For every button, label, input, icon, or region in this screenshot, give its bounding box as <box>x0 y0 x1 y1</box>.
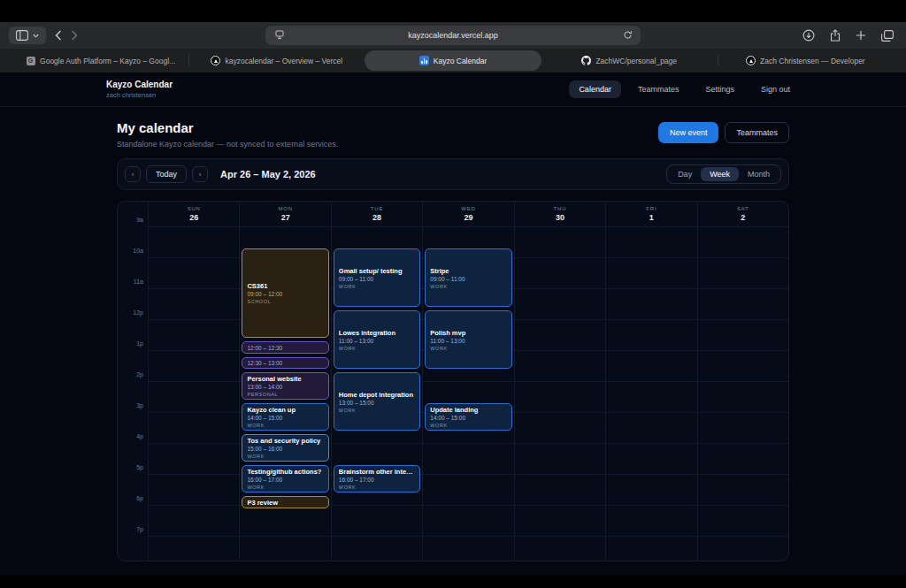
day-name: WED <box>423 206 513 211</box>
day-column: Gmail setup/ testing09:00 – 11:00WORKLow… <box>331 226 422 561</box>
event-tag: WORK <box>247 454 323 459</box>
calendar-event[interactable]: Kayzo clean up14:00 – 15:00WORK <box>242 403 328 431</box>
event-tag: WORK <box>339 346 415 351</box>
day-name: FRI <box>606 206 696 211</box>
website-settings-icon[interactable] <box>274 30 285 40</box>
event-tag: WORK <box>430 423 506 428</box>
prev-week-button[interactable]: ‹ <box>125 166 141 182</box>
browser-tab[interactable]: GGoogle Auth Platform – Kayzo – Googl... <box>12 50 188 71</box>
sidebar-toggle-button[interactable] <box>9 27 46 44</box>
event-title: CS361 <box>247 282 323 290</box>
view-month[interactable]: Month <box>739 167 779 181</box>
page-header: My calendar Standalone Kayzo calendar — … <box>117 120 789 149</box>
event-time: 15:00 – 16:00 <box>247 446 323 452</box>
github-favicon <box>581 56 591 65</box>
brand-username: zach christensen <box>106 91 173 99</box>
hour-label: 1p <box>136 340 143 347</box>
hour-label: 10a <box>133 248 143 254</box>
reload-icon[interactable] <box>623 30 633 40</box>
hour-label: 6p <box>136 495 143 501</box>
hour-label: 9a <box>136 217 143 223</box>
day-header: MON27 <box>239 202 330 226</box>
browser-tab[interactable]: kayzocalendar – Overview – Vercel <box>188 50 365 71</box>
event-time: 14:00 – 15:00 <box>247 415 323 421</box>
teammates-button[interactable]: Teammates <box>725 122 789 143</box>
nav-item-sign-out[interactable]: Sign out <box>751 80 800 98</box>
forward-button[interactable] <box>71 30 78 41</box>
calendar-event[interactable]: Tos and security policy15:00 – 16:00WORK <box>242 434 328 462</box>
screen: kayzocalendar.vercel.app GGoogle Auth Pl… <box>0 0 906 588</box>
event-tag: WORK <box>430 346 506 351</box>
event-title: Personal website <box>247 375 323 383</box>
event-time: 11:00 – 13:00 <box>339 338 415 344</box>
calendar-event[interactable]: Gmail setup/ testing09:00 – 11:00WORK <box>334 248 420 307</box>
calendar-event[interactable]: Update landing14:00 – 15:00WORK <box>425 403 511 431</box>
calendar-event[interactable]: Stripe09:00 – 11:00WORK <box>425 248 511 307</box>
hour-label: 4p <box>136 433 143 439</box>
event-tag: WORK <box>339 485 415 490</box>
back-button[interactable] <box>55 30 62 41</box>
event-tag: WORK <box>430 284 506 289</box>
calendar-event[interactable]: Home depot integration13:00 – 15:00WORK <box>334 372 420 431</box>
calendar-event[interactable]: Lowes integration11:00 – 13:00WORK <box>334 310 420 369</box>
event-time: 09:00 – 12:00 <box>247 291 323 297</box>
day-column <box>514 226 605 561</box>
browser-tab[interactable]: Kayzo Calendar <box>365 50 541 71</box>
calendar-event[interactable]: P3 review <box>242 496 328 508</box>
view-day[interactable]: Day <box>669 167 701 181</box>
week-grid: SUN26MON27TUE28WED29THU30FRI1SAT2 9a10a1… <box>117 201 789 561</box>
sidebar-icon <box>16 30 28 41</box>
calendar-event[interactable]: Personal website13:00 – 14:00PERSONAL <box>242 372 328 400</box>
calendar-event[interactable]: Testing/github actions?16:00 – 17:00WORK <box>242 465 328 493</box>
event-time: 13:00 – 15:00 <box>339 400 415 406</box>
browser-tab[interactable]: Zach Christensen — Developer <box>718 50 894 71</box>
calendar-toolbar: ‹ Today › Apr 26 – May 2, 2026 DayWeekMo… <box>117 158 789 190</box>
day-number: 27 <box>240 213 330 222</box>
event-tag: PERSONAL <box>247 392 323 397</box>
day-number: 29 <box>423 213 513 222</box>
calendar-event[interactable]: CS36109:00 – 12:00SCHOOL <box>242 248 328 338</box>
day-header: FRI1 <box>605 202 696 226</box>
event-title: Stripe <box>430 267 506 275</box>
day-column <box>697 226 788 561</box>
nav-item-teammates[interactable]: Teammates <box>628 80 689 98</box>
tab-overview-icon[interactable] <box>881 30 894 42</box>
address-bar[interactable]: kayzocalendar.vercel.app <box>265 26 641 45</box>
grid-body: 9a10a11a12p1p2p3p4p5p6p7p CS36109:00 – 1… <box>118 226 788 561</box>
page-subtitle: Standalone Kayzo calendar — not synced t… <box>117 140 338 149</box>
app-topbar: Kayzo Calendar zach christensen Calendar… <box>0 73 906 107</box>
next-week-button[interactable]: › <box>192 166 208 182</box>
day-name: THU <box>515 206 605 211</box>
vercel-favicon <box>746 56 756 65</box>
day-header: THU30 <box>514 202 605 226</box>
hour-label: 11a <box>134 279 143 285</box>
event-title: Kayzo clean up <box>247 406 323 414</box>
event-title: Brainstorm other integr... <box>339 468 415 476</box>
new-event-button[interactable]: New event <box>658 122 719 143</box>
share-icon[interactable] <box>830 29 841 42</box>
today-button[interactable]: Today <box>146 165 187 183</box>
hour-label: 3p <box>136 402 143 409</box>
browser-tab[interactable]: ZachWC/personal_page <box>541 50 718 71</box>
day-header: WED29 <box>422 202 513 226</box>
day-column: Stripe09:00 – 11:00WORKPolish mvp11:00 –… <box>422 226 513 561</box>
window-edge <box>0 576 906 588</box>
nav-item-settings[interactable]: Settings <box>695 80 744 98</box>
google-favicon-glyph: G <box>27 57 35 65</box>
calendar-event[interactable]: Update resume12:30 – 13:00 <box>242 357 328 370</box>
calendar-event[interactable]: Brainstorm other integr...16:00 – 17:00W… <box>334 465 420 493</box>
calendar-event[interactable]: Polish mvp11:00 – 13:00WORK <box>425 310 511 369</box>
view-week[interactable]: Week <box>701 167 739 181</box>
downloads-icon[interactable] <box>802 29 815 42</box>
calendar-event[interactable]: Lunch12:00 – 12:30 <box>242 341 328 354</box>
new-tab-icon[interactable] <box>856 30 866 41</box>
event-time: 16:00 – 17:00 <box>339 477 415 483</box>
event-title: P3 review <box>247 499 323 506</box>
nav-item-calendar[interactable]: Calendar <box>569 80 621 98</box>
tab-title: Kayzo Calendar <box>434 57 487 65</box>
day-number: 1 <box>606 213 696 222</box>
day-header-row: SUN26MON27TUE28WED29THU30FRI1SAT2 <box>118 202 788 226</box>
event-title: Polish mvp <box>430 329 506 337</box>
event-tag: SCHOOL <box>247 299 323 304</box>
hour-label: 7p <box>136 526 143 532</box>
